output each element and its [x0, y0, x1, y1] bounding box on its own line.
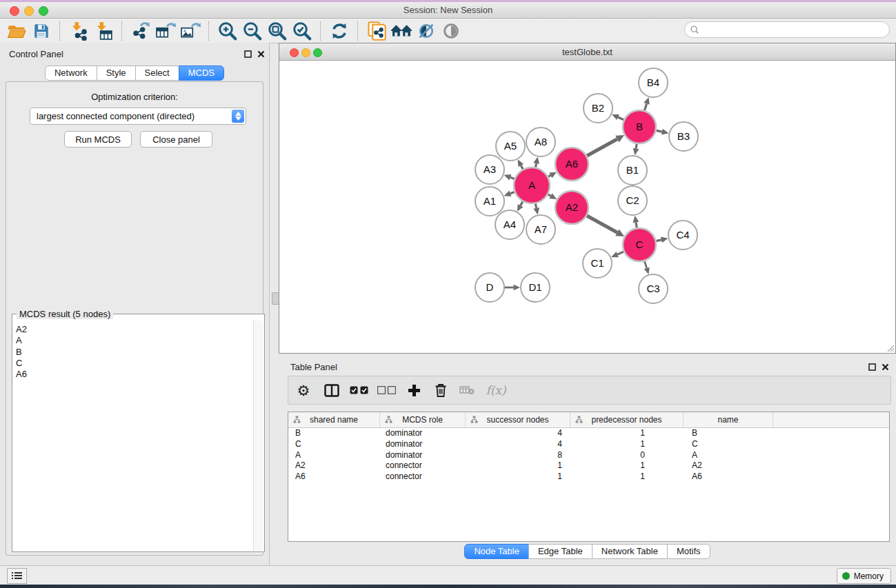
column-header-mcds-role[interactable]: MCDS role	[380, 412, 466, 427]
graph-edge-A-A1[interactable]	[510, 192, 515, 194]
list-item[interactable]: C	[13, 358, 254, 369]
split-view-icon[interactable]	[319, 379, 345, 401]
graph-edge-A-A8[interactable]	[535, 163, 536, 167]
zoom-in-icon[interactable]	[215, 20, 240, 42]
minimize-network-button[interactable]	[301, 48, 310, 57]
list-item[interactable]: A	[13, 335, 254, 346]
graph-edge-B-B3[interactable]	[656, 130, 661, 132]
column-header-name[interactable]: name	[684, 412, 773, 427]
table-row[interactable]: Bdominator41B	[288, 428, 889, 439]
table-row[interactable]: A6connector11A6	[288, 472, 889, 483]
graph-node-A[interactable]: A	[514, 168, 550, 203]
tab-style[interactable]: Style	[97, 65, 136, 81]
graph-node-A3[interactable]: A3	[475, 155, 504, 184]
zoom-fit-icon[interactable]	[265, 20, 290, 42]
import-network-icon[interactable]	[66, 20, 91, 42]
graph-node-A5[interactable]: A5	[496, 132, 525, 161]
graph-edge-A-A5[interactable]	[521, 165, 523, 169]
tab-node-table[interactable]: Node Table	[464, 544, 529, 559]
close-panel-button[interactable]: Close panel	[140, 131, 212, 148]
graph-node-A4[interactable]: A4	[495, 210, 524, 239]
close-window-button[interactable]	[10, 6, 19, 16]
graph-node-D[interactable]: D	[475, 273, 504, 302]
settings-gear-icon[interactable]: ⚙	[288, 379, 319, 401]
graph-node-B4[interactable]: B4	[639, 68, 668, 97]
list-item[interactable]: A2	[13, 324, 254, 335]
tab-edge-table[interactable]: Edge Table	[528, 544, 593, 559]
zoom-out-icon[interactable]	[240, 20, 265, 42]
graph-edge-A-A3[interactable]	[510, 177, 515, 179]
graph-node-C[interactable]: C	[623, 228, 656, 261]
search-field[interactable]	[684, 21, 890, 38]
graph-node-A6[interactable]: A6	[555, 148, 588, 181]
criterion-select[interactable]: largest connected component (directed)	[30, 108, 246, 125]
graph-edge-A-A4[interactable]	[521, 202, 523, 206]
graph-node-D1[interactable]: D1	[521, 273, 550, 302]
graph-node-A1[interactable]: A1	[475, 187, 504, 216]
hide-details-icon[interactable]	[414, 20, 439, 42]
function-builder-icon[interactable]: f(x)	[480, 379, 512, 401]
graph-node-C2[interactable]: C2	[618, 186, 647, 215]
tab-network[interactable]: Network	[45, 65, 97, 81]
memory-button[interactable]: Memory	[837, 568, 891, 584]
select-all-icon[interactable]	[345, 379, 372, 401]
add-column-icon[interactable]	[400, 379, 428, 401]
task-history-button[interactable]	[7, 568, 27, 584]
float-table-panel-icon[interactable]	[867, 362, 877, 372]
list-item[interactable]: A6	[13, 369, 254, 380]
table-row[interactable]: Adominator80A	[288, 450, 889, 461]
duplicate-network-icon[interactable]	[364, 20, 389, 42]
graph-edge-C-C2[interactable]	[636, 222, 637, 227]
graph-edge-C-C4[interactable]	[656, 240, 661, 241]
refresh-icon[interactable]	[327, 20, 352, 42]
minimize-window-button[interactable]	[24, 6, 34, 16]
zoom-selected-icon[interactable]	[290, 20, 315, 42]
network-resize-grip[interactable]	[885, 343, 895, 352]
network-canvas[interactable]: B4B2BB3A8A5A6A3B1AA1C2A2A4A7C4CC1C3DD1	[279, 61, 895, 353]
delete-table-icon[interactable]	[454, 379, 480, 401]
graph-node-B2[interactable]: B2	[584, 94, 613, 123]
tab-select[interactable]: Select	[135, 65, 179, 81]
result-scrollbar[interactable]	[253, 321, 263, 551]
close-network-button[interactable]	[290, 48, 299, 57]
graph-node-A8[interactable]: A8	[526, 128, 555, 156]
graph-edge-C-C3[interactable]	[644, 261, 646, 268]
close-table-panel-icon[interactable]	[880, 362, 890, 372]
graph-node-C3[interactable]: C3	[639, 274, 668, 303]
tab-mcds[interactable]: MCDS	[179, 65, 224, 81]
graph-node-B1[interactable]: B1	[618, 156, 647, 185]
graph-edge-B-B1[interactable]	[636, 144, 637, 149]
graph-edge-B-B2[interactable]	[618, 117, 624, 120]
tab-motifs[interactable]: Motifs	[667, 544, 710, 559]
column-header-successor-nodes[interactable]: successor nodes	[466, 412, 570, 427]
close-panel-icon[interactable]	[256, 49, 266, 59]
graph-edge-A-A7[interactable]	[535, 203, 536, 207]
show-graphics-icon[interactable]	[439, 20, 464, 42]
tab-network-table[interactable]: Network Table	[592, 544, 668, 559]
graph-node-B[interactable]: B	[623, 110, 656, 143]
column-header-predecessor-nodes[interactable]: predecessor nodes	[570, 412, 684, 427]
deselect-all-icon[interactable]	[372, 379, 400, 401]
zoom-network-button[interactable]	[313, 48, 322, 57]
export-network-icon[interactable]	[128, 20, 153, 42]
graph-node-B3[interactable]: B3	[669, 122, 698, 151]
graph-edge-B-B4[interactable]	[644, 103, 646, 110]
graph-node-A2[interactable]: A2	[555, 191, 588, 224]
open-session-icon[interactable]	[4, 20, 29, 42]
graph-edge-A-A6[interactable]	[548, 175, 550, 176]
float-panel-icon[interactable]	[243, 49, 252, 59]
network-window-titlebar[interactable]: testGlobe.txt	[279, 43, 895, 61]
column-header-shared-name[interactable]: shared name	[288, 412, 380, 427]
list-item[interactable]: B	[13, 347, 254, 358]
graph-edge-A-A2[interactable]	[548, 194, 551, 196]
import-table-icon[interactable]	[91, 20, 116, 42]
graph-node-A7[interactable]: A7	[526, 215, 555, 244]
graph-edge-A6-B[interactable]	[587, 139, 617, 156]
graph-edge-A2-C[interactable]	[587, 216, 617, 232]
graph-edge-C-C1[interactable]	[617, 252, 624, 254]
export-table-icon[interactable]	[153, 20, 178, 42]
search-input[interactable]	[702, 24, 889, 35]
zoom-window-button[interactable]	[39, 6, 48, 16]
graph-node-C1[interactable]: C1	[583, 249, 612, 278]
home-view-icon[interactable]	[389, 20, 414, 42]
